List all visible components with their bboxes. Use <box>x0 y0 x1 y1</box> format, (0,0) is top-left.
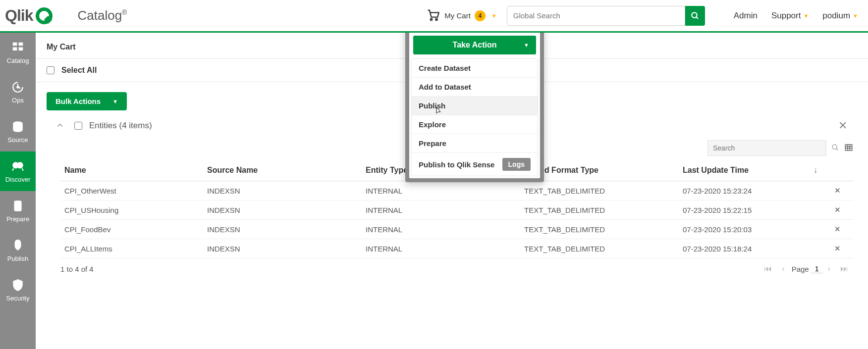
sort-desc-icon: ↓ <box>814 166 817 175</box>
menu-item-publish-qlik-sense[interactable]: Publish to Qlik Sense Logs <box>412 153 538 176</box>
menu-item-create-dataset[interactable]: Create Dataset <box>412 59 538 78</box>
cell-source: INDEXSN <box>203 181 362 200</box>
cell-source: INDEXSN <box>203 220 362 239</box>
brand-title: Catalog® <box>77 8 127 23</box>
caret-down-icon: ▼ <box>491 13 497 19</box>
table-row[interactable]: CPI_ALLItems INDEXSN INTERNAL TEXT_TAB_D… <box>60 239 853 258</box>
cell-etype: INTERNAL <box>362 220 520 239</box>
select-all-label: Select All <box>61 66 97 75</box>
remove-row-button[interactable]: ✕ <box>821 200 853 220</box>
svg-point-0 <box>431 19 433 21</box>
entities-title: Entities (4 items) <box>89 121 152 131</box>
svg-rect-5 <box>19 43 23 45</box>
sidebar-item-label: Prepare <box>6 215 29 223</box>
col-format[interactable]: Stored Format Type <box>520 160 679 181</box>
col-name[interactable]: Name <box>60 160 203 181</box>
page-last-button[interactable]: ⏭ <box>840 264 848 273</box>
pagination: 1 to 4 of 4 ⏮ ‹ Page › ⏭ <box>36 258 868 273</box>
cell-format: TEXT_TAB_DELIMITED <box>520 239 679 258</box>
page-number-input[interactable] <box>811 264 823 273</box>
svg-line-15 <box>22 168 23 170</box>
global-search-button[interactable] <box>685 6 705 26</box>
brand-suffix: ® <box>122 8 127 16</box>
remove-row-button[interactable]: ✕ <box>821 239 853 258</box>
sidebar-item-source[interactable]: Source <box>0 112 36 151</box>
brand-name: Catalog <box>77 8 122 23</box>
collapse-icon[interactable] <box>55 121 64 131</box>
cell-format: TEXT_TAB_DELIMITED <box>520 220 679 239</box>
page-prev-button[interactable]: ‹ <box>782 264 784 273</box>
svg-rect-20 <box>845 145 852 150</box>
entities-checkbox[interactable] <box>74 122 82 130</box>
close-section-button[interactable]: ✕ <box>838 119 847 132</box>
cell-format: TEXT_TAB_DELIMITED <box>520 200 679 220</box>
remove-row-button[interactable]: ✕ <box>821 220 853 239</box>
cell-format: TEXT_TAB_DELIMITED <box>520 181 679 200</box>
logs-button[interactable]: Logs <box>502 158 531 171</box>
svg-rect-7 <box>19 48 23 50</box>
page-label: Page <box>792 265 809 273</box>
take-action-button[interactable]: Take Action ▼ <box>413 36 536 54</box>
remove-row-button[interactable]: ✕ <box>821 181 853 200</box>
cell-updated: 07-23-2020 15:18:24 <box>679 239 821 258</box>
page-next-button[interactable]: › <box>828 264 830 273</box>
global-search-input[interactable] <box>507 6 685 26</box>
page-info: 1 to 4 of 4 <box>60 265 94 273</box>
menu-item-publish[interactable]: Publish <box>412 97 538 115</box>
sidebar-item-prepare[interactable]: Prepare <box>0 191 36 231</box>
sidebar-item-discover[interactable]: Discover <box>0 151 36 191</box>
admin-link[interactable]: Admin <box>734 11 758 21</box>
menu-item-prepare[interactable]: Prepare <box>412 134 538 153</box>
cell-updated: 07-23-2020 15:23:24 <box>679 181 821 200</box>
cell-etype: INTERNAL <box>362 239 520 258</box>
svg-rect-6 <box>13 48 17 50</box>
cell-etype: INTERNAL <box>362 200 520 220</box>
cell-name: CPI_ALLItems <box>60 239 203 258</box>
page-first-button[interactable]: ⏮ <box>764 264 772 273</box>
support-menu[interactable]: Support▼ <box>771 11 809 21</box>
menu-item-add-to-dataset[interactable]: Add to Dataset <box>412 78 538 97</box>
sidebar-item-catalog[interactable]: Catalog <box>0 33 36 72</box>
logo[interactable]: Qlik <box>5 6 53 25</box>
sidebar-item-label: Discover <box>5 176 31 183</box>
svg-point-17 <box>17 243 19 245</box>
svg-point-2 <box>692 12 697 18</box>
bulk-actions-button[interactable]: Bulk Actions ▼ <box>47 92 127 110</box>
columns-icon[interactable] <box>844 143 853 153</box>
sidebar-item-label: Source <box>7 136 28 144</box>
svg-line-14 <box>12 168 13 170</box>
logo-icon <box>36 7 53 24</box>
col-updated[interactable]: Last Update Time ↓ <box>679 160 821 181</box>
cart-icon <box>426 8 440 23</box>
svg-rect-4 <box>13 43 17 45</box>
sidebar-item-ops[interactable]: Ops <box>0 72 36 112</box>
sidebar-item-security[interactable]: Security <box>0 270 36 310</box>
sidebar-item-label: Ops <box>12 97 24 104</box>
global-search <box>507 6 705 26</box>
user-menu[interactable]: podium▼ <box>822 11 858 21</box>
logo-text: Qlik <box>5 6 33 25</box>
cell-updated: 07-23-2020 15:22:15 <box>679 200 821 220</box>
cell-source: INDEXSN <box>203 200 362 220</box>
menu-item-explore[interactable]: Explore <box>412 115 538 134</box>
take-action-label: Take Action <box>453 41 497 50</box>
cell-updated: 07-23-2020 15:20:03 <box>679 220 821 239</box>
search-icon[interactable] <box>831 144 839 153</box>
take-action-popover: Take Action ▼ Create Dataset Add to Data… <box>405 33 544 182</box>
table-row[interactable]: CPI_OtherWest INDEXSN INTERNAL TEXT_TAB_… <box>60 181 853 200</box>
col-source[interactable]: Source Name <box>203 160 362 181</box>
sidebar: Catalog Ops Source Discover Prepare Publ… <box>0 33 36 349</box>
cell-name: CPI_USHousing <box>60 200 203 220</box>
svg-point-18 <box>832 145 837 149</box>
my-cart-button[interactable]: My Cart 4 ▼ <box>426 8 496 23</box>
cart-count-badge: 4 <box>475 10 486 21</box>
table-row[interactable]: CPI_FoodBev INDEXSN INTERNAL TEXT_TAB_DE… <box>60 220 853 239</box>
take-action-menu: Create Dataset Add to Dataset Publish Ex… <box>411 58 538 176</box>
cell-source: INDEXSN <box>203 239 362 258</box>
sidebar-item-publish[interactable]: Publish <box>0 231 36 270</box>
table-row[interactable]: CPI_USHousing INDEXSN INTERNAL TEXT_TAB_… <box>60 200 853 220</box>
select-all-checkbox[interactable] <box>47 66 54 74</box>
table-search-input[interactable] <box>707 140 826 156</box>
svg-line-19 <box>836 149 838 150</box>
svg-point-13 <box>17 162 23 168</box>
